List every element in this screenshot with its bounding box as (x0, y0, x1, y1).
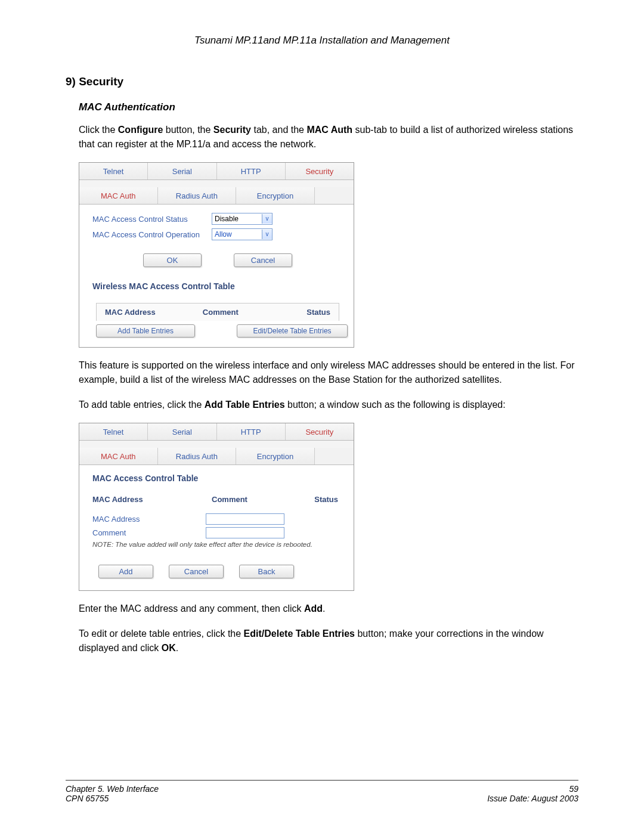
cancel-button[interactable]: Cancel (234, 253, 292, 267)
document-page: Tsunami MP.11and MP.11a Installation and… (0, 0, 644, 833)
bold-ok: OK (162, 643, 176, 653)
cancel-button[interactable]: Cancel (169, 565, 224, 578)
label-mac-address: MAC Address (92, 515, 206, 524)
screenshot-add-mac-entry: Telnet Serial HTTP Security MAC Auth Rad… (79, 423, 354, 591)
bold-security: Security (213, 125, 251, 135)
tab-telnet[interactable]: Telnet (79, 423, 148, 440)
label-comment: Comment (92, 528, 206, 537)
add-table-entries-button[interactable]: Add Table Entries (96, 324, 195, 337)
col-status: Status (313, 495, 343, 504)
bold-edit-delete: Edit/Delete Table Entries (244, 628, 355, 639)
select-value: Disable (212, 214, 262, 224)
text: Enter the MAC address and any comment, t… (79, 603, 304, 614)
label-mac-operation: MAC Access Control Operation (92, 230, 212, 239)
paragraph-5: To edit or delete table entries, click t… (79, 627, 578, 655)
col-mac-address: MAC Address (92, 495, 212, 504)
bold-add-table-entries: Add Table Entries (205, 400, 285, 410)
bold-configure: Configure (118, 125, 163, 135)
text: . (176, 643, 178, 653)
select-mac-operation[interactable]: Allow v (212, 228, 273, 240)
mac-address-input[interactable] (206, 513, 284, 525)
sub-tab-row: MAC Auth Radius Auth Encryption . (79, 448, 354, 465)
label-mac-status: MAC Access Control Status (92, 215, 212, 224)
bold-mac-auth: MAC Auth (306, 125, 352, 135)
footer-page-number: 59 (487, 784, 578, 794)
tab-serial[interactable]: Serial (148, 423, 216, 440)
select-value: Allow (212, 230, 262, 239)
text: To edit or delete table entries, click t… (79, 628, 244, 639)
screenshot-mac-auth-config: Telnet Serial HTTP Security MAC Auth Rad… (79, 162, 354, 348)
panel-title-mac-table: MAC Access Control Table (92, 473, 343, 483)
edit-delete-table-entries-button[interactable]: Edit/Delete Table Entries (237, 324, 348, 337)
text: button; a window such as the following i… (285, 400, 506, 410)
tab-http[interactable]: HTTP (217, 423, 286, 440)
footer-cpn: CPN 65755 (66, 794, 159, 803)
add-button[interactable]: Add (98, 565, 153, 578)
top-tab-row: Telnet Serial HTTP Security (79, 423, 354, 441)
col-comment: Comment (212, 495, 313, 504)
panel-body: MAC Access Control Table MAC Address Com… (79, 465, 354, 590)
comment-input[interactable] (206, 527, 284, 538)
subtab-encryption[interactable]: Encryption (236, 187, 315, 204)
paragraph-1: Click the Configure button, the Security… (79, 123, 578, 151)
subsection-heading: MAC Authentication (79, 101, 578, 113)
ok-button[interactable]: OK (143, 253, 202, 267)
panel-body: MAC Access Control Status Disable v MAC … (79, 205, 354, 347)
document-header-title: Tsunami MP.11and MP.11a Installation and… (66, 35, 578, 47)
tab-security[interactable]: Security (286, 163, 354, 179)
subtab-filler: . (315, 448, 354, 465)
tab-http[interactable]: HTTP (217, 163, 286, 179)
paragraph-2: This feature is supported on the wireles… (79, 358, 578, 387)
sub-tab-row: MAC Auth Radius Auth Encryption . (79, 187, 354, 205)
subtab-radius-auth[interactable]: Radius Auth (158, 187, 237, 204)
tab-telnet[interactable]: Telnet (79, 163, 148, 179)
subtab-encryption[interactable]: Encryption (236, 448, 315, 465)
chevron-down-icon[interactable]: v (262, 214, 272, 224)
col-mac-address: MAC Address (105, 308, 203, 317)
text: tab, and the (251, 125, 306, 135)
subtab-filler: . (315, 187, 354, 204)
subtab-radius-auth[interactable]: Radius Auth (158, 448, 237, 465)
footer-issue-date: Issue Date: August 2003 (487, 794, 578, 803)
chevron-down-icon[interactable]: v (262, 230, 272, 239)
tab-security[interactable]: Security (286, 423, 354, 440)
col-status: Status (278, 308, 330, 317)
bold-add: Add (304, 603, 323, 614)
page-footer: Chapter 5. Web Interface CPN 65755 59 Is… (66, 780, 578, 803)
text: button, the (163, 125, 213, 135)
panel-title-mac-table: Wireless MAC Access Control Table (92, 281, 343, 291)
paragraph-3: To add table entries, click the Add Tabl… (79, 398, 578, 412)
top-tab-row: Telnet Serial HTTP Security (79, 163, 354, 180)
mac-table-header: MAC Address Comment Status (96, 303, 339, 321)
select-mac-status[interactable]: Disable v (212, 213, 273, 225)
text: To add table entries, click the (79, 400, 205, 410)
text: . (323, 603, 325, 614)
column-header-row: MAC Address Comment Status (92, 495, 343, 504)
col-comment: Comment (203, 308, 278, 317)
section-heading: 9) Security (66, 75, 578, 88)
subtab-mac-auth[interactable]: MAC Auth (79, 448, 158, 465)
text: Click the (79, 125, 118, 135)
reboot-note: NOTE: The value added will only take eff… (92, 541, 343, 548)
paragraph-4: Enter the MAC address and any comment, t… (79, 602, 578, 616)
footer-chapter: Chapter 5. Web Interface (66, 784, 159, 794)
tab-serial[interactable]: Serial (148, 163, 216, 179)
subtab-mac-auth[interactable]: MAC Auth (79, 187, 158, 204)
back-button[interactable]: Back (239, 565, 294, 578)
